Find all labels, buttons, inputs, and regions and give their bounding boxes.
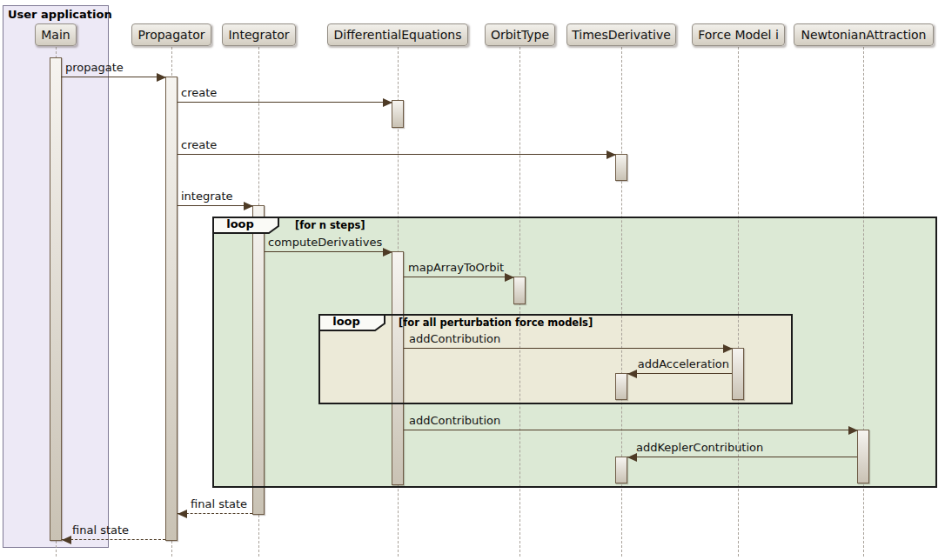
message-line-final-state-1 bbox=[178, 513, 252, 514]
message-label-final-state-2: final state bbox=[72, 523, 129, 537]
participant-force-model-i: Force Model i bbox=[692, 23, 785, 46]
activation-bar-diffeq-create bbox=[392, 100, 404, 128]
participant-newtonianattraction: NewtonianAttraction bbox=[794, 23, 934, 46]
participant-orbittype: OrbitType bbox=[485, 23, 555, 46]
activation-bar-propagator bbox=[165, 77, 178, 541]
loop-tab-outer: loop bbox=[212, 217, 280, 234]
loop-operator-label: loop bbox=[318, 315, 374, 328]
sequence-diagram: User application Main Propagator Integra… bbox=[0, 0, 945, 560]
message-label-create-2: create bbox=[181, 138, 217, 151]
arrowhead-right bbox=[157, 73, 166, 82]
message-label-integrate: integrate bbox=[181, 190, 233, 203]
participant-main: Main bbox=[35, 23, 77, 46]
arrowhead-right bbox=[607, 150, 616, 159]
message-line-create-2 bbox=[178, 154, 615, 155]
message-label-create-1: create bbox=[181, 86, 217, 99]
message-line-integrate bbox=[178, 205, 252, 206]
participant-differentialequations: DifferentialEquations bbox=[327, 23, 468, 46]
loop-tab-inner: loop bbox=[318, 314, 386, 331]
loop-guard-inner: [for all perturbation force models] bbox=[399, 317, 593, 329]
frame-title: User application bbox=[3, 6, 108, 23]
arrowhead-left bbox=[178, 510, 187, 518]
message-label-final-state-1: final state bbox=[191, 497, 247, 510]
activation-bar-timesderivative-create bbox=[615, 154, 627, 181]
message-line-create-1 bbox=[178, 102, 392, 103]
participant-timesderivative: TimesDerivative bbox=[566, 23, 676, 46]
message-label-propagate: propagate bbox=[65, 61, 124, 74]
loop-guard-outer: [for n steps] bbox=[295, 219, 365, 231]
participant-integrator: Integrator bbox=[222, 23, 296, 46]
loop-operator-label: loop bbox=[212, 217, 268, 230]
activation-bar-main bbox=[50, 57, 62, 541]
participant-propagator: Propagator bbox=[131, 23, 211, 46]
arrowhead-right bbox=[244, 202, 253, 210]
arrowhead-right bbox=[383, 98, 392, 107]
arrowhead-left bbox=[62, 536, 71, 544]
message-line-final-state-2 bbox=[62, 539, 165, 540]
message-line-propagate bbox=[61, 77, 165, 77]
